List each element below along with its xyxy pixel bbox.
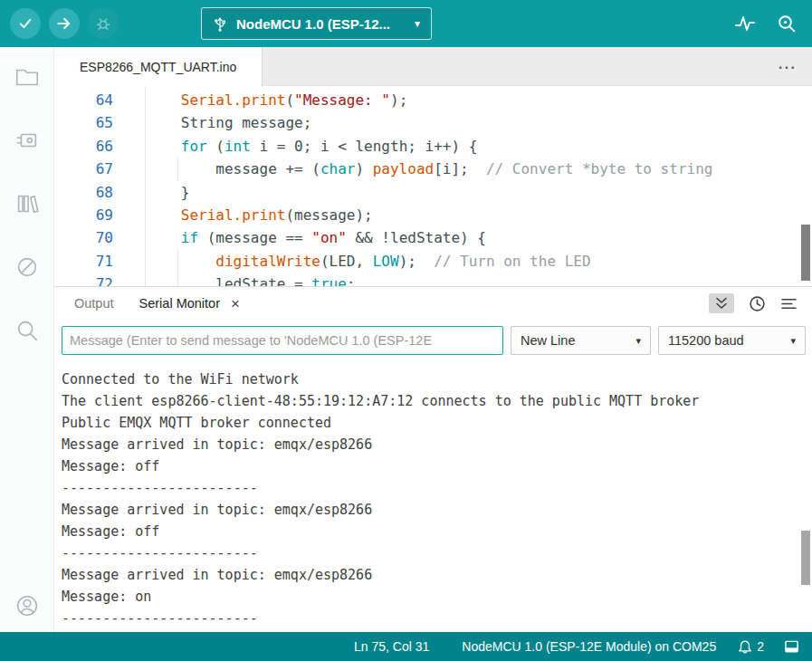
code-line: 68 } [54, 181, 812, 204]
code-text: Serial.print(message); [129, 204, 373, 226]
line-number: 68 [54, 181, 129, 204]
arrow-right-icon [56, 15, 72, 32]
bell-icon [738, 639, 752, 655]
code-text: digitalWrite(LED, LOW); // Turn on the L… [129, 250, 591, 273]
cursor-position[interactable]: Ln 75, Col 31 [354, 639, 429, 654]
tab-serial-monitor[interactable]: Serial Monitor × [127, 287, 253, 320]
code-line: 70 if (message == "on" && !ledState) { [54, 226, 812, 249]
serial-output-line: Public EMQX MQTT broker connected [62, 412, 812, 434]
code-text: } [129, 181, 189, 204]
collapse-panel-button[interactable] [709, 293, 734, 313]
line-number: 65 [54, 111, 129, 134]
panel-header: Output Serial Monitor × [54, 287, 812, 320]
line-number: 64 [54, 89, 129, 111]
code-line: 72 ledState = true; [54, 273, 812, 286]
verify-button[interactable] [10, 8, 41, 39]
serial-output-line: Message: off [62, 521, 812, 542]
serial-plotter-icon[interactable] [734, 14, 756, 34]
serial-output-line: Connected to the WiFi network [62, 369, 812, 390]
arduino-ide-window: NodeMCU 1.0 (ESP-12... ▾ [0, 0, 812, 661]
code-text: if (message == "on" && !ledState) { [129, 226, 486, 249]
debug-button[interactable] [88, 8, 119, 39]
serial-output-line: ------------------------ [62, 477, 812, 499]
account-icon[interactable] [14, 592, 41, 619]
serial-output-line: Message: off [62, 455, 812, 477]
tab-options-icon[interactable]: ⋯ [778, 58, 796, 76]
code-text: ledState = true; [129, 273, 355, 286]
code-line: 67 message += (char) payload[i]; // Conv… [54, 158, 812, 180]
sketchbook-folder-icon[interactable] [14, 63, 41, 91]
serial-monitor-icon[interactable] [776, 13, 798, 34]
code-editor[interactable]: 64 Serial.print("Message: ");65 String m… [54, 86, 812, 286]
serial-output-line: Message: on [62, 586, 812, 608]
line-number: 70 [54, 226, 129, 249]
baud-rate-select[interactable]: 115200 baud ▾ [658, 326, 806, 355]
serial-output-line: Message arrived in topic: emqx/esp8266 [62, 499, 812, 521]
serial-output-line: Message arrived in topic: emqx/esp8266 [62, 564, 812, 586]
timestamp-toggle-icon[interactable] [749, 295, 766, 312]
status-bar: Ln 75, Col 31 NodeMCU 1.0 (ESP-12E Modul… [0, 632, 812, 661]
code-line: 71 digitalWrite(LED, LOW); // Turn on th… [54, 250, 812, 273]
library-manager-icon[interactable] [14, 190, 41, 217]
serial-scrollbar-thumb[interactable] [801, 531, 810, 585]
chevron-down-icon: ▾ [790, 335, 796, 347]
baud-rate-value: 115200 baud [668, 333, 744, 348]
line-number: 72 [54, 273, 129, 286]
tab-output[interactable]: Output [62, 287, 127, 320]
serial-output-line: Message arrived in topic: emqx/esp8266 [62, 434, 812, 455]
chevron-down-icon: ▾ [415, 17, 420, 30]
upload-button[interactable] [49, 8, 80, 39]
check-icon [17, 15, 33, 32]
double-chevron-down-icon [714, 296, 729, 311]
boards-manager-icon[interactable] [14, 127, 41, 154]
code-line: 64 Serial.print("Message: "); [54, 89, 812, 111]
notification-count: 2 [757, 639, 764, 654]
usb-icon [213, 15, 227, 32]
sketch-tab-label: ESP8266_MQTT_UART.ino [80, 60, 236, 74]
board-selector[interactable]: NodeMCU 1.0 (ESP-12... ▾ [201, 7, 432, 40]
activity-sidebar [0, 47, 54, 632]
code-line: 65 String message; [54, 111, 812, 134]
serial-output-line: ------------------------ [62, 542, 812, 564]
serial-message-input[interactable] [62, 326, 503, 355]
toggle-panel-icon[interactable] [784, 639, 799, 654]
code-text: message += (char) payload[i]; // Convert… [129, 158, 712, 180]
bug-icon [94, 14, 112, 33]
board-connection-status[interactable]: NodeMCU 1.0 (ESP-12E Module) on COM25 [462, 639, 716, 654]
sketch-tab[interactable]: ESP8266_MQTT_UART.ino [54, 47, 263, 86]
debug-sidebar-icon[interactable] [14, 254, 41, 281]
clear-output-icon[interactable] [780, 296, 798, 311]
line-ending-value: New Line [521, 333, 575, 348]
toolbar: NodeMCU 1.0 (ESP-12... ▾ [0, 0, 812, 47]
serial-input-row: New Line ▾ 115200 baud ▾ [54, 320, 812, 361]
code-lines: 64 Serial.print("Message: ");65 String m… [54, 86, 812, 286]
tab-serial-monitor-label: Serial Monitor [139, 296, 220, 311]
code-line: 69 Serial.print(message); [54, 204, 812, 226]
serial-output[interactable]: Connected to the WiFi networkThe client … [54, 361, 812, 629]
code-text: Serial.print("Message: "); [129, 89, 407, 111]
line-number: 67 [54, 158, 129, 180]
close-icon[interactable]: × [231, 296, 240, 311]
editor-scrollbar-thumb[interactable] [801, 225, 810, 281]
line-number: 71 [54, 250, 129, 273]
tab-output-label: Output [74, 296, 114, 311]
board-selector-label: NodeMCU 1.0 (ESP-12... [236, 16, 390, 32]
code-text: String message; [129, 111, 311, 134]
code-text: for (int i = 0; i < length; i++) { [129, 135, 477, 158]
serial-output-line: ------------------------ [62, 608, 812, 629]
notifications[interactable]: 2 [738, 639, 764, 655]
line-number: 69 [54, 204, 129, 226]
editor-tabbar: ESP8266_MQTT_UART.ino ⋯ [54, 47, 812, 86]
serial-output-line: The client esp8266-client-48:55:19:12:A7… [62, 390, 812, 412]
chevron-down-icon: ▾ [635, 335, 641, 347]
bottom-panel: Output Serial Monitor × [54, 286, 812, 632]
code-line: 66 for (int i = 0; i < length; i++) { [54, 135, 812, 158]
search-icon[interactable] [14, 317, 41, 344]
line-number: 66 [54, 135, 129, 158]
line-ending-select[interactable]: New Line ▾ [511, 326, 651, 355]
